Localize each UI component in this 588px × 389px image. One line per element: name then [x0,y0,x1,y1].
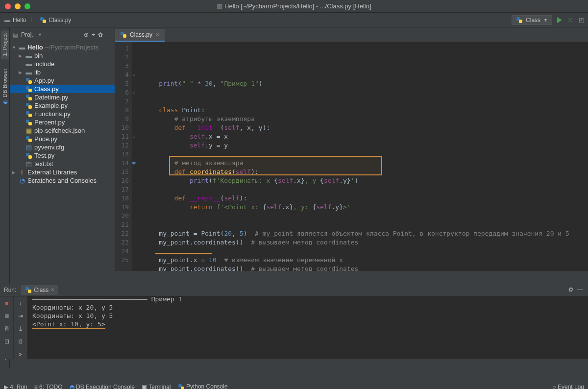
run-tab-button[interactable]: ▶ 4: Run [4,384,27,389]
python-file-icon [25,119,32,126]
folder-icon: ▬ [19,44,25,51]
folder-icon: ▬ [25,61,32,68]
python-file-icon [25,111,32,118]
python-console-tab-button[interactable]: Python Console [178,383,228,389]
close-icon[interactable]: ✕ [155,32,160,38]
close-icon[interactable] [5,3,11,9]
python-file-icon [25,86,32,93]
stop-button[interactable]: ■ [2,298,12,308]
python-file-icon [25,94,32,101]
chevron-right-icon: 〉 [30,16,36,24]
fold-gutter[interactable]: ⊖⊖⊖⊖●↑ [132,42,140,271]
titlebar: ▦ Hello [~/PycharmProjects/Hello] - .../… [0,0,588,13]
window-controls [0,3,35,9]
tree-item-bin[interactable]: ▶▬bin [10,51,115,60]
tree-item-App-py[interactable]: App.py [10,76,115,85]
gear-icon[interactable]: ✿ [98,31,103,38]
json-file-icon: ▤ [25,127,32,134]
project-panel-title: Proj.. [21,31,35,38]
wrap-button[interactable]: ⇥ [16,311,25,321]
maximize-icon[interactable] [24,3,30,9]
python-file-icon [25,136,32,143]
run-panel-header: Run: Class ✕ ✿ — [0,284,588,296]
tab-db-browser[interactable]: ◓ DB Browser [0,66,9,108]
editor-tabs: Class.py ✕ [115,27,588,42]
editor-tab-class[interactable]: Class.py ✕ [115,29,165,42]
folder-icon: ▤ [13,31,18,38]
down-button[interactable]: ↓ [16,298,25,308]
pause-button[interactable]: ≣ [2,311,12,321]
breadcrumb-project: Hello [13,17,26,24]
run-tab-label: Class [34,287,49,293]
tab-project[interactable]: 1: Project [1,30,9,59]
scroll-button[interactable]: ⤓ [16,324,25,334]
libraries-icon: ⫴ [19,169,25,176]
print-button[interactable]: ⎙ [16,337,25,346]
locate-icon[interactable]: ⊕ [84,31,89,38]
todo-tab-button[interactable]: ≡ 6: TODO [34,384,63,389]
tree-item-Datetime-py[interactable]: Datetime.py [10,93,115,101]
exit-button[interactable]: ⎘ [2,324,12,334]
text-file-icon: ▤ [25,161,32,168]
folder-icon: ▬ [25,69,32,76]
event-log-button[interactable]: ○ Event Log [552,384,584,389]
python-icon [25,287,32,293]
tree-item-pip-selfcheck-json[interactable]: ▤pip-selfcheck.json [10,126,115,135]
hide-icon[interactable]: — [577,286,583,293]
bottom-tool-bar: ▶ 4: Run ≡ 6: TODO ◓ DB Execution Consol… [0,381,588,389]
folder-icon: ▬ [25,52,32,59]
tree-item-text-txt[interactable]: ▤text.txt [10,160,115,168]
python-icon [516,17,523,24]
project-panel-header: ▤ Proj.. ▼ ⊕ ÷ ✿ — [10,27,115,42]
tree-item-Price-py[interactable]: Price.py [10,135,115,143]
tree-item-pyvenv-cfg[interactable]: ▤pyvenv.cfg [10,143,115,151]
tree-item-Example-py[interactable]: Example.py [10,101,115,110]
hide-icon[interactable]: — [106,31,112,38]
debug-button[interactable]: ⛌ [567,16,574,24]
breadcrumb[interactable]: ▬ Hello 〉 Class.py [4,16,71,24]
project-tool-window: ▤ Proj.. ▼ ⊕ ÷ ✿ — ▼▬Hello ~/PycharmProj… [10,27,115,271]
code-editor[interactable]: 1234567891011121314151617181920212223242… [115,42,588,271]
chevron-down-icon[interactable]: ▼ [38,32,42,37]
config-file-icon: ▤ [25,144,32,151]
folder-icon: ▬ [4,17,11,24]
chevron-down-icon: ▼ [543,18,548,23]
tree-item-Functions-py[interactable]: Functions.py [10,110,115,118]
run-panel-title: Run: [4,287,16,293]
project-tree[interactable]: ▼▬Hello ~/PycharmProjects▶▬bin▬include▶▬… [10,42,115,271]
tree-item-include[interactable]: ▬include [10,60,115,68]
minimize-icon[interactable] [15,3,21,9]
run-button[interactable] [557,17,562,23]
terminal-tab-button[interactable]: ▣ Terminal [142,384,171,389]
db-console-tab-button[interactable]: ◓ DB Execution Console [70,384,135,389]
run-tool-window: Run: Class ✕ ✿ — ■ ≣ ⎘ ⊡ ↑ ↓ ⇥ ⤓ ⎙ » /Us… [0,284,588,381]
breadcrumb-file: Class.py [49,17,71,24]
tree-item-external-libraries[interactable]: ▶⫴External Libraries [10,168,115,176]
collapse-icon[interactable]: ÷ [92,31,95,38]
run-configuration-selector[interactable]: Class ▼ [512,15,552,25]
scratches-icon: ◔ [19,177,25,184]
line-number-gutter[interactable]: 1234567891011121314151617181920212223242… [115,42,132,271]
python-file-icon [120,31,127,38]
tree-item-Test-py[interactable]: Test.py [10,151,115,160]
window-title: ▦ Hello [~/PycharmProjects/Hello] - .../… [0,2,588,10]
pin-button[interactable]: ⊡ [2,337,12,346]
python-file-icon [25,77,32,84]
python-file-icon [40,17,47,24]
tree-item-lib[interactable]: ▶▬lib [10,68,115,76]
tree-item-Percent-py[interactable]: Percent.py [10,118,115,126]
search-button[interactable]: ◰ [579,17,584,24]
more-button[interactable]: » [16,349,25,359]
editor-area: Class.py ✕ 12345678910111213141516171819… [115,27,588,271]
run-config-name: Class [526,17,540,24]
tree-item-Class-py[interactable]: Class.py [10,85,115,93]
tree-item-Hello[interactable]: ▼▬Hello ~/PycharmProjects [10,43,115,51]
close-icon[interactable]: ✕ [50,287,54,292]
gear-icon[interactable]: ✿ [568,286,573,293]
code-content[interactable]: print("-" * 30, "Пример 1") class Point:… [140,42,588,271]
tree-item-scratches[interactable]: ◔Scratches and Consoles [10,176,115,185]
run-tab[interactable]: Class ✕ [21,285,58,295]
left-tool-rail: 1: Project ◓ DB Browser [0,27,10,271]
python-file-icon [25,102,32,109]
navigation-bar: ▬ Hello 〉 Class.py Class ▼ ⛌ ◰ [0,13,588,27]
